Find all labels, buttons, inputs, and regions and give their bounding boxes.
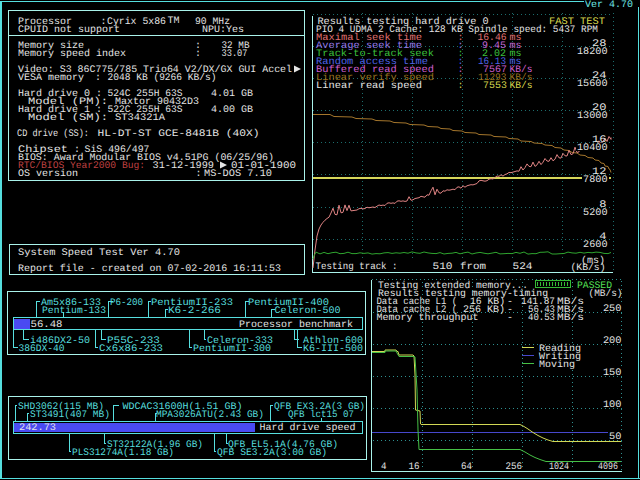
svg-text:Report file - created on 07-02: Report file - created on 07-02-2016 16:1…	[18, 263, 281, 275]
svg-text:from: from	[460, 261, 486, 273]
svg-text:(KB/s): (KB/s)	[571, 262, 606, 274]
svg-text:200: 200	[603, 336, 622, 347]
svg-text:1024: 1024	[549, 462, 569, 473]
svg-text:CD drive (SS):: CD drive (SS):	[17, 128, 89, 140]
svg-text:P6-200: P6-200	[110, 298, 143, 309]
svg-text::: :	[458, 81, 464, 92]
svg-text:250: 250	[603, 304, 622, 315]
svg-text:K6-III-500: K6-III-500	[303, 344, 363, 355]
svg-text:16: 16	[409, 462, 420, 473]
svg-text:PentiumII-300: PentiumII-300	[193, 343, 271, 355]
svg-text:Model (SM):: Model (SM):	[28, 112, 108, 124]
svg-text:242.73: 242.73	[19, 423, 56, 434]
svg-text:50: 50	[609, 432, 621, 443]
svg-text:QFB lct15 07: QFB lct15 07	[288, 409, 354, 421]
svg-text:5200: 5200	[583, 208, 607, 219]
svg-text:Hard drive speed: Hard drive speed	[260, 422, 356, 434]
svg-text:40.53: 40.53	[528, 313, 555, 324]
svg-text:13000: 13000	[577, 111, 608, 122]
svg-text:HL-DT-ST GCE-8481B (40X): HL-DT-ST GCE-8481B (40X)	[98, 128, 260, 140]
svg-text::: :	[195, 49, 201, 60]
svg-text:100: 100	[603, 400, 622, 411]
svg-text:4.01 GB: 4.01 GB	[211, 89, 253, 100]
svg-text:OS version: OS version	[18, 168, 78, 180]
svg-text:Cx6x86-233: Cx6x86-233	[99, 344, 163, 355]
svg-text:56.48: 56.48	[31, 320, 63, 331]
svg-text:64: 64	[461, 462, 472, 473]
svg-text:Memory speed index: Memory speed index	[18, 48, 126, 60]
svg-text:PLS31274A(1.18 GB): PLS31274A(1.18 GB)	[72, 447, 174, 459]
svg-text:ST3491(407 MB): ST3491(407 MB)	[30, 409, 110, 421]
svg-text:7800: 7800	[583, 175, 607, 186]
svg-text:K6-2-266: K6-2-266	[168, 306, 221, 317]
svg-text:150: 150	[603, 368, 622, 379]
svg-text:Pentium-133: Pentium-133	[42, 305, 106, 317]
svg-text:MB/s: MB/s	[557, 312, 584, 324]
svg-text:510: 510	[433, 262, 453, 273]
svg-text:2048 KB (9266 KB/s): 2048 KB (9266 KB/s)	[108, 72, 217, 84]
svg-text:4.00 GB: 4.00 GB	[211, 105, 253, 116]
svg-text:NPU:Yes: NPU:Yes	[202, 25, 244, 36]
svg-text:QFB SE3.2A(3.00 GB): QFB SE3.2A(3.00 GB)	[217, 447, 327, 459]
svg-text::: :	[95, 73, 101, 84]
svg-text:MPA3026ATU(2.43 GB): MPA3026ATU(2.43 GB)	[156, 409, 264, 421]
svg-text:4: 4	[381, 462, 387, 473]
svg-text:System Speed Test Ver 4.70: System Speed Test Ver 4.70	[18, 247, 180, 259]
svg-text:Linear read speed: Linear read speed	[316, 80, 422, 92]
svg-text:4096: 4096	[598, 462, 618, 473]
svg-text:Processor benchmark: Processor benchmark	[239, 319, 353, 331]
svg-text:KB/s: KB/s	[510, 80, 533, 92]
svg-text:Memory throughput: Memory throughput	[377, 312, 479, 324]
svg-text:Celeron-500: Celeron-500	[275, 305, 341, 317]
svg-text:256: 256	[506, 462, 523, 473]
svg-text::: :	[196, 169, 202, 180]
svg-text:Testing track :: Testing track :	[316, 261, 398, 273]
svg-text:7553: 7553	[483, 81, 507, 92]
svg-text:Moving: Moving	[539, 359, 575, 371]
svg-text:524: 524	[513, 262, 533, 273]
svg-text:Ver 4.70: Ver 4.70	[585, 0, 633, 11]
svg-text:2600: 2600	[583, 240, 607, 251]
svg-text:-: -	[507, 313, 513, 324]
svg-text:10400: 10400	[577, 143, 608, 154]
svg-text:33.07: 33.07	[222, 49, 248, 60]
svg-text:MS-DOS 7.10: MS-DOS 7.10	[204, 169, 272, 180]
svg-text:ST34321A: ST34321A	[115, 113, 165, 124]
svg-text:386DX-40: 386DX-40	[19, 344, 65, 355]
svg-text:(MB/s): (MB/s)	[589, 288, 623, 300]
svg-text:CPUID not support: CPUID not support	[18, 25, 120, 36]
svg-text:TM: TM	[168, 16, 180, 27]
svg-text:18200: 18200	[577, 47, 608, 58]
svg-text:15600: 15600	[577, 79, 608, 90]
svg-text:VESA memory: VESA memory	[18, 73, 84, 84]
